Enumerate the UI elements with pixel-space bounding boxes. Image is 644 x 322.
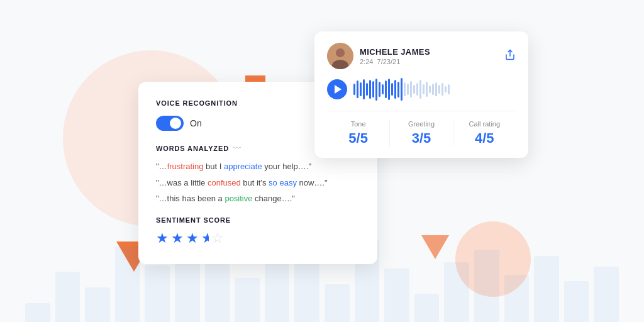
bg-bar (25, 303, 50, 322)
quote-3: "…this has been a positive change…." (156, 192, 360, 205)
wave-bar (382, 84, 384, 94)
wave-bar (379, 82, 380, 97)
quote-3-suffix: change…." (252, 194, 295, 203)
wave-bar (363, 79, 365, 99)
audio-card-header: MICHELE JAMES 2:24 7/23/21 (327, 43, 516, 69)
quote-1-mid: but I (203, 162, 224, 171)
metric-tone: Tone 5/5 (327, 120, 390, 147)
metric-call-rating-label: Call rating (453, 120, 516, 128)
words-analyzed-title: WORDS ANALYZED (156, 145, 229, 152)
avatar (327, 43, 353, 69)
star-3: ★ (186, 230, 199, 247)
wave-bar (413, 85, 415, 94)
quote-1-prefix: "… (156, 162, 167, 171)
quote-2: "…was a little confused but it's so easy… (156, 177, 360, 189)
wave-bar (432, 84, 434, 95)
user-details: MICHELE JAMES 2:24 7/23/21 (360, 47, 430, 65)
quote-3-prefix: "…this has been a (156, 194, 225, 203)
wave-bar (419, 80, 421, 99)
quote-1-word-appreciate: appreciate (224, 162, 262, 171)
star-4-half: ★ (201, 230, 209, 247)
voice-recognition-toggle[interactable] (156, 116, 184, 131)
metric-greeting-value: 3/5 (390, 130, 452, 147)
bg-bar (414, 294, 440, 322)
waveform (353, 78, 516, 101)
wave-bar (404, 82, 406, 96)
wave-bar (353, 84, 355, 95)
wave-bar (401, 78, 402, 101)
svg-point-1 (336, 48, 345, 57)
metric-tone-value: 5/5 (327, 130, 389, 147)
wave-bar (391, 83, 393, 96)
wave-bar (369, 80, 371, 99)
play-icon (335, 85, 341, 94)
audio-card: MICHELE JAMES 2:24 7/23/21 (314, 31, 528, 158)
bg-bar (55, 272, 80, 322)
sentiment-title: SENTIMENT SCORE (156, 216, 360, 224)
wave-bar (357, 80, 358, 98)
sound-waves-icon: 〰 (233, 143, 241, 153)
share-icon[interactable] (504, 49, 516, 64)
wave-bar (445, 86, 447, 92)
wave-bar (429, 86, 431, 93)
wave-bar (410, 81, 412, 97)
toggle-knob (170, 118, 181, 129)
bg-bar (534, 256, 559, 322)
wave-bar (372, 81, 374, 97)
user-meta: 2:24 7/23/21 (360, 58, 430, 65)
metric-tone-label: Tone (327, 120, 389, 128)
wave-bar (426, 82, 428, 97)
quote-3-word-positive: positive (225, 194, 252, 203)
bg-bar (564, 281, 589, 322)
wave-bar (366, 83, 368, 96)
quote-2-suffix: now…." (297, 178, 328, 187)
metric-greeting-label: Greeting (390, 120, 452, 128)
play-button[interactable] (327, 79, 347, 99)
quote-1-suffix: your help…." (262, 162, 311, 171)
wave-bar (438, 85, 440, 94)
wave-bar (441, 83, 443, 96)
user-name: MICHELE JAMES (360, 47, 430, 57)
quote-2-word-confused: confused (208, 178, 241, 187)
wave-bar (416, 83, 418, 96)
bg-bar (85, 287, 110, 322)
quote-1-word-frustrating: frustrating (167, 162, 204, 171)
metric-call-rating-value: 4/5 (453, 130, 516, 147)
wave-bar (360, 82, 362, 96)
audio-player (327, 78, 516, 101)
quote-2-mid1: but it's (241, 178, 269, 187)
bg-bar (594, 267, 619, 322)
wave-bar (375, 79, 377, 101)
wave-bar (385, 80, 387, 98)
quote-2-word-easy: so easy (269, 178, 297, 187)
quote-1: "…frustrating but I appreciate your help… (156, 160, 360, 173)
wave-bar (394, 80, 396, 99)
quote-2-prefix: "…was a little (156, 178, 208, 187)
metrics-row: Tone 5/5 Greeting 3/5 Call rating 4/5 (327, 111, 516, 147)
star-1: ★ (156, 230, 169, 247)
metric-call-rating: Call rating 4/5 (453, 120, 516, 147)
user-info: MICHELE JAMES 2:24 7/23/21 (327, 43, 430, 69)
stars-rating: ★ ★ ★ ★ ☆ (156, 230, 360, 247)
wave-bar (423, 84, 425, 94)
bg-bar (115, 247, 140, 322)
wave-bar (397, 82, 399, 97)
wave-bar (435, 82, 437, 96)
wave-bar (448, 84, 450, 94)
star-5-empty: ☆ (211, 230, 224, 247)
metric-greeting: Greeting 3/5 (390, 120, 453, 147)
wave-bar (407, 84, 409, 95)
sentiment-section: SENTIMENT SCORE ★ ★ ★ ★ ☆ (156, 216, 360, 247)
cards-area: MICHELE JAMES 2:24 7/23/21 (138, 31, 528, 296)
wave-bar (388, 79, 390, 100)
toggle-on-label: On (190, 118, 202, 128)
star-2: ★ (171, 230, 184, 247)
